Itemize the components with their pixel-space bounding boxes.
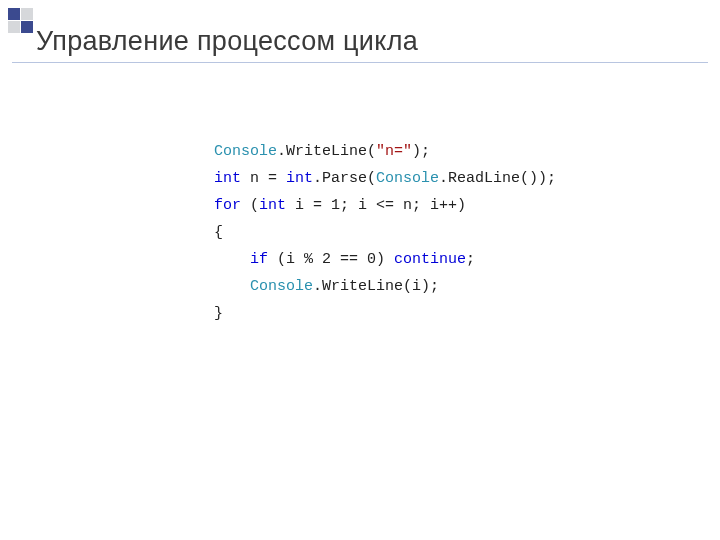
code-text: (i % 2 == 0) <box>268 251 394 268</box>
code-text: .ReadLine()); <box>439 170 556 187</box>
code-indent <box>214 251 250 268</box>
code-keyword: continue <box>394 251 466 268</box>
code-text: ; <box>466 251 475 268</box>
code-line: } <box>214 300 556 327</box>
slide-title: Управление процессом цикла <box>36 26 418 57</box>
code-line: for (int i = 1; i <= n; i++) <box>214 192 556 219</box>
code-class: Console <box>376 170 439 187</box>
code-keyword: if <box>250 251 268 268</box>
code-indent <box>214 278 250 295</box>
code-line: if (i % 2 == 0) continue; <box>214 246 556 273</box>
code-text: .Parse( <box>313 170 376 187</box>
code-line: Console.WriteLine("n="); <box>214 138 556 165</box>
code-keyword: int <box>214 170 241 187</box>
code-block: Console.WriteLine("n="); int n = int.Par… <box>214 138 556 327</box>
deco-square <box>21 8 33 20</box>
code-line: { <box>214 219 556 246</box>
code-class: Console <box>214 143 277 160</box>
code-text: n = <box>241 170 286 187</box>
corner-decoration <box>8 8 36 33</box>
code-text: ); <box>412 143 430 160</box>
code-line: int n = int.Parse(Console.ReadLine()); <box>214 165 556 192</box>
code-line: Console.WriteLine(i); <box>214 273 556 300</box>
deco-square <box>8 21 20 33</box>
code-string: "n=" <box>376 143 412 160</box>
code-keyword: int <box>286 170 313 187</box>
deco-square <box>21 21 33 33</box>
code-keyword: int <box>259 197 286 214</box>
code-text: .WriteLine(i); <box>313 278 439 295</box>
deco-square <box>8 8 20 20</box>
code-text: .WriteLine( <box>277 143 376 160</box>
code-keyword: for <box>214 197 241 214</box>
code-class: Console <box>250 278 313 295</box>
code-text: i = 1; i <= n; i++) <box>286 197 466 214</box>
title-underline <box>12 62 708 63</box>
code-text: ( <box>241 197 259 214</box>
